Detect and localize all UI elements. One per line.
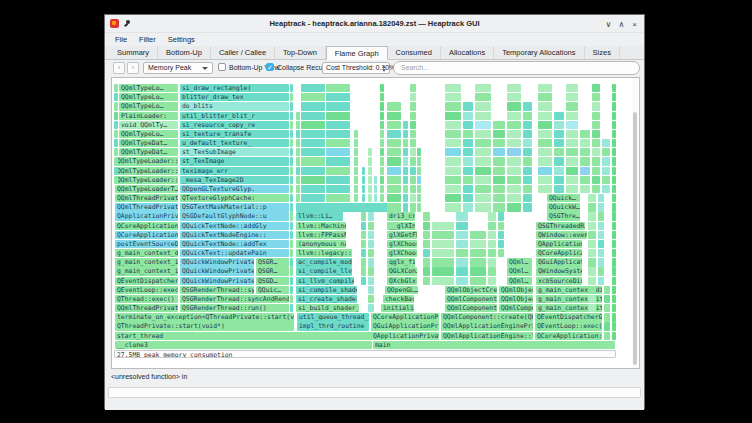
flame-filler[interactable] <box>114 84 118 92</box>
flame-filler[interactable] <box>114 102 118 110</box>
flame-filler[interactable] <box>538 157 552 165</box>
flame-filler[interactable] <box>612 121 616 129</box>
flame-segment[interactable]: QQmlTypeLoaderT… <box>115 185 178 193</box>
flame-filler[interactable] <box>612 139 616 147</box>
flame-filler[interactable] <box>523 167 532 175</box>
flame-filler[interactable] <box>326 167 350 175</box>
flame-filler[interactable] <box>326 176 350 184</box>
flame-segment[interactable]: QQmlTypeLoader::. <box>115 167 178 175</box>
flame-filler[interactable] <box>296 112 300 120</box>
flame-filler[interactable] <box>362 167 365 175</box>
flame-filler[interactable] <box>296 139 300 147</box>
flame-segment[interactable]: QCoreApplicationPriv <box>371 313 439 321</box>
flame-segment[interactable]: QQmlTypeLo… <box>119 102 178 110</box>
flame-filler[interactable] <box>456 240 468 248</box>
flame-filler[interactable] <box>387 121 401 129</box>
flame-segment[interactable]: QSGR… <box>256 258 289 266</box>
flame-filler[interactable] <box>417 167 421 175</box>
flame-filler[interactable] <box>475 148 491 156</box>
flame-filler[interactable] <box>488 277 496 285</box>
flame-filler[interactable] <box>296 176 300 184</box>
flame-filler[interactable] <box>423 249 430 257</box>
flame-segment[interactable]: llvm::FPPassMa <box>296 231 346 239</box>
flame-filler[interactable] <box>588 222 596 230</box>
flame-filler[interactable] <box>592 176 600 184</box>
flame-filler[interactable] <box>368 212 374 220</box>
flame-filler[interactable] <box>498 231 504 239</box>
flame-filler[interactable] <box>507 93 521 101</box>
flame-segment[interactable]: QGuiApplicationPriv: <box>371 322 439 330</box>
flame-filler[interactable] <box>456 249 468 257</box>
flame-segment[interactable]: terminate_on_exception<QThreadPrivate::s… <box>115 313 294 321</box>
flame-filler[interactable] <box>612 93 616 101</box>
flame-filler[interactable] <box>507 121 521 129</box>
flame-filler[interactable] <box>488 258 496 266</box>
flame-filler[interactable] <box>507 203 521 211</box>
flame-filler[interactable] <box>598 277 604 285</box>
flame-filler[interactable] <box>374 176 377 184</box>
flame-filler[interactable] <box>612 84 616 92</box>
flame-segment[interactable]: QTextureGlyphCache: <box>180 194 289 202</box>
flame-filler[interactable] <box>538 176 552 184</box>
flame-filler[interactable] <box>410 185 416 193</box>
flame-filler[interactable] <box>432 258 454 266</box>
flame-filler[interactable] <box>290 194 293 202</box>
flame-filler[interactable] <box>387 194 401 202</box>
flame-filler[interactable] <box>114 112 118 120</box>
flame-filler[interactable] <box>470 240 486 248</box>
flame-filler[interactable] <box>554 112 564 120</box>
flame-filler[interactable] <box>554 157 564 165</box>
flame-filler[interactable] <box>598 240 604 248</box>
flame-segment[interactable]: teximage_err <box>180 167 289 175</box>
flame-filler[interactable] <box>604 304 610 312</box>
flame-filler[interactable] <box>326 112 350 120</box>
flame-filler[interactable] <box>538 93 552 101</box>
flame-filler[interactable] <box>290 277 293 285</box>
flame-filler[interactable] <box>470 277 486 285</box>
flame-filler[interactable] <box>604 332 610 340</box>
flame-segment[interactable]: QQmlCompo… <box>499 304 533 312</box>
flame-filler[interactable] <box>326 84 350 92</box>
flame-segment[interactable]: QCoreApplication( <box>115 231 178 239</box>
flame-filler[interactable] <box>296 185 300 193</box>
flame-filler[interactable] <box>114 176 118 184</box>
flame-segment[interactable]: QOpenGLTextureGlyp. <box>180 185 289 193</box>
flame-filler[interactable] <box>290 240 293 248</box>
flame-filler[interactable] <box>592 185 600 193</box>
flame-filler[interactable] <box>326 185 350 193</box>
flame-filler[interactable] <box>410 93 416 101</box>
flame-filler[interactable] <box>417 194 421 202</box>
flame-filler[interactable] <box>301 157 325 165</box>
flame-filler[interactable] <box>410 139 416 147</box>
flame-filler[interactable] <box>301 185 325 193</box>
flame-filler[interactable] <box>523 139 532 147</box>
flame-segment[interactable]: QQuickTextNodeEngine:: <box>180 231 289 239</box>
flame-segment[interactable]: glXGetFB… <box>387 231 417 239</box>
maximize-button[interactable]: ∧ <box>615 18 628 31</box>
flame-filler[interactable] <box>301 148 325 156</box>
flame-filler[interactable] <box>592 148 600 156</box>
flame-filler[interactable] <box>326 148 350 156</box>
flame-filler[interactable] <box>290 295 293 303</box>
flame-filler[interactable] <box>114 130 118 138</box>
flame-segment[interactable]: QApplicationPriv: <box>115 212 178 220</box>
flame-filler[interactable] <box>588 304 596 312</box>
flame-filler[interactable] <box>592 102 600 110</box>
flame-filler[interactable] <box>301 139 325 147</box>
flame-filler[interactable] <box>554 148 564 156</box>
flame-filler[interactable] <box>475 194 491 202</box>
flame-segment[interactable]: QGLXCon… <box>387 267 417 275</box>
flame-filler[interactable] <box>301 121 325 129</box>
flame-segment[interactable]: si_build_shader_varian <box>296 304 359 312</box>
tab-consumed[interactable]: Consumed <box>388 46 441 59</box>
flame-filler[interactable] <box>445 93 461 101</box>
flame-filler[interactable] <box>354 185 358 193</box>
flame-filler[interactable] <box>475 176 491 184</box>
flame-filler[interactable] <box>612 194 616 202</box>
flame-filler[interactable] <box>417 157 421 165</box>
flame-filler[interactable] <box>493 148 505 156</box>
flame-filler[interactable] <box>423 231 430 239</box>
flame-filler[interactable] <box>475 203 491 211</box>
flame-filler[interactable] <box>612 332 616 340</box>
flame-filler[interactable] <box>507 112 521 120</box>
